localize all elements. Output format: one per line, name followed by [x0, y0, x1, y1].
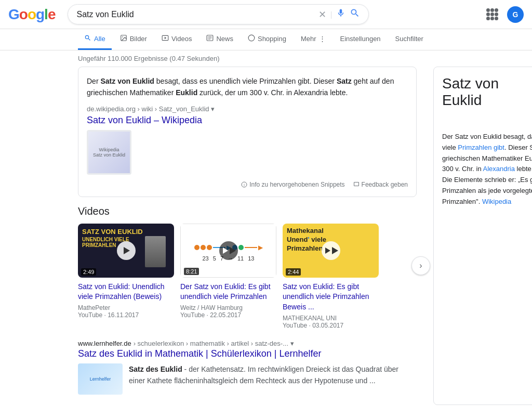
video-card-1[interactable]: SATZ VON EUKLID UNENDLICH VIELE PRIMZAHL… [78, 224, 174, 319]
dropdown-icon[interactable]: ▾ [211, 105, 215, 113]
snippet-info-link[interactable]: i Info zu hervorgehobenen Snippets [241, 181, 344, 188]
video-duration-3: 2:44 [286, 268, 301, 276]
snippet-text: Der Satz von Euklid besagt, dass es unen… [87, 75, 408, 99]
tab-mehr-label: Mehr [301, 35, 316, 43]
google-logo[interactable]: Google [8, 6, 55, 23]
voice-icon[interactable] [336, 8, 345, 20]
video-card-2[interactable]: ▶ ▶ 2357→1113 [180, 224, 276, 319]
video-duration-1: 2:49 [81, 268, 96, 276]
tab-shopping-label: Shopping [258, 35, 286, 43]
tab-bilder[interactable]: Bilder [114, 29, 153, 50]
google-apps-icon[interactable] [486, 8, 499, 21]
chevron-down-icon: ⋮ [319, 35, 326, 43]
clear-icon[interactable]: ✕ [318, 9, 326, 20]
videos-grid: SATZ VON EUKLID UNENDLICH VIELE PRIMZAHL… [78, 224, 421, 329]
result-snippet-2: Satz des Euklid - der Kathetensatz. Im r… [129, 363, 417, 395]
kp-title: Satz vonEuklid [442, 75, 499, 109]
snippet-footer: i Info zu hervorgehobenen Snippets Feedb… [87, 179, 408, 188]
header: Google ✕ | G [0, 0, 532, 29]
results-column: Der Satz von Euklid besagt, dass es unen… [78, 67, 421, 405]
main-layout: Der Satz von Euklid besagt, dass es unen… [0, 67, 532, 405]
tab-news[interactable]: News [200, 29, 240, 50]
video-channel-2: Weitz / HAW Hamburg [180, 304, 276, 311]
snippet-source: de.wikipedia.org › wiki › Satz_von_Eukli… [87, 105, 408, 113]
tab-videos[interactable]: Videos [155, 29, 198, 50]
video-meta-1: YouTube · 16.11.2017 [78, 311, 174, 319]
tab-suchfilter-label: Suchfilter [395, 35, 423, 43]
video-icon [162, 34, 169, 43]
video-play-icon-3 [322, 241, 340, 260]
kp-description: Der Satz von Euklid besagt, dass es unen… [442, 132, 532, 207]
video-channel-3: MATHEKANAL UNI [283, 315, 379, 322]
search-icon [84, 34, 91, 43]
news-icon [206, 34, 214, 43]
search-submit-icon[interactable] [350, 8, 360, 21]
result-domain-2: www.lernhelfer.de [78, 340, 131, 347]
svg-text:i: i [244, 183, 245, 186]
knowledge-panel: Satz vonEuklid Euklid's Theorem Der Satz… [433, 67, 532, 405]
video-title-1: Satz von Euklid: Unendlich viele Primzah… [78, 282, 174, 302]
result-path-2: › schuelerlexikon › mathematik › artikel… [134, 340, 288, 347]
kp-feedback[interactable]: Feedback geben [442, 212, 532, 219]
videos-section: Videos SATZ VON EUKLID UNENDLICH VIELE P… [78, 205, 421, 329]
tab-alle-label: Alle [94, 35, 105, 43]
image-icon [120, 34, 127, 43]
tab-einstellungen[interactable]: Einstellungen [334, 30, 387, 49]
video-duration-2: 8:21 [184, 268, 199, 275]
videos-section-title: Videos [78, 205, 421, 217]
video-play-icon-2 [219, 241, 238, 260]
video-card-3[interactable]: MathekanalUnend' vielePrimzahlen 2:44 Sa… [283, 224, 379, 329]
tab-einstellungen-label: Einstellungen [340, 35, 381, 43]
result-title-2[interactable]: Satz des Euklid in Mathematik | Schülerl… [78, 348, 417, 359]
header-right: G [486, 6, 524, 23]
tab-bilder-label: Bilder [130, 35, 147, 43]
kp-alexandria-link[interactable]: Alexandria [483, 165, 515, 173]
video-play-icon-1 [117, 241, 136, 260]
svg-marker-3 [165, 37, 167, 40]
result-url-2: www.lernhelfer.de › schuelerlexikon › ma… [78, 340, 417, 347]
video-title-3: Satz von Euklid: Es gibt unendlich viele… [283, 282, 379, 312]
nav-tabs: Alle Bilder Videos News Shopping Mehr ⋮ … [0, 29, 532, 50]
svg-point-8 [248, 35, 255, 41]
tab-suchfilter[interactable]: Suchfilter [389, 30, 430, 49]
video-thumb-1: SATZ VON EUKLID UNENDLICH VIELE PRIMZAHL… [78, 224, 174, 278]
featured-snippet: Der Satz von Euklid besagt, dass es unen… [78, 67, 417, 197]
tab-alle[interactable]: Alle [78, 29, 112, 50]
kp-wikipedia-link[interactable]: Wikipedia [482, 198, 511, 205]
video-meta-2: YouTube · 22.05.2017 [180, 311, 276, 319]
search-bar: ✕ | [68, 4, 369, 24]
result-item-2: www.lernhelfer.de › schuelerlexikon › ma… [78, 340, 417, 395]
svg-point-1 [122, 36, 123, 37]
result-thumb-img: Lernhelfer [78, 363, 123, 395]
video-title-2: Der Satz von Euklid: Es gibt unendlich v… [180, 282, 276, 302]
snippet-thumbnail: WikipediaSatz von Euklid [87, 130, 408, 175]
tab-shopping[interactable]: Shopping [242, 29, 292, 50]
video-thumb-2: ▶ ▶ 2357→1113 [180, 224, 276, 278]
shopping-icon [248, 34, 255, 43]
video-meta-3: YouTube · 03.05.2017 [283, 322, 379, 329]
results-count: Ungefähr 110.000 Ergebnisse (0.47 Sekund… [0, 50, 532, 67]
tab-news-label: News [216, 35, 233, 43]
tab-mehr[interactable]: Mehr ⋮ [295, 30, 332, 49]
snippet-title-link[interactable]: Satz von Euklid – Wikipedia [87, 115, 202, 125]
videos-next-arrow[interactable]: › [411, 256, 430, 275]
snippet-feedback-link[interactable]: Feedback geben [353, 181, 408, 188]
result-dropdown-icon-2[interactable]: ▾ [290, 340, 294, 347]
video-channel-1: MathePeter [78, 304, 174, 311]
video-thumb-3: MathekanalUnend' vielePrimzahlen 2:44 [283, 224, 379, 278]
search-input[interactable] [76, 10, 314, 19]
tab-videos-label: Videos [171, 35, 192, 43]
result-thumb-row: Lernhelfer Satz des Euklid - der Kathete… [78, 363, 417, 395]
kp-primzahlen-link[interactable]: Primzahlen gibt [458, 144, 504, 151]
avatar[interactable]: G [507, 6, 524, 23]
